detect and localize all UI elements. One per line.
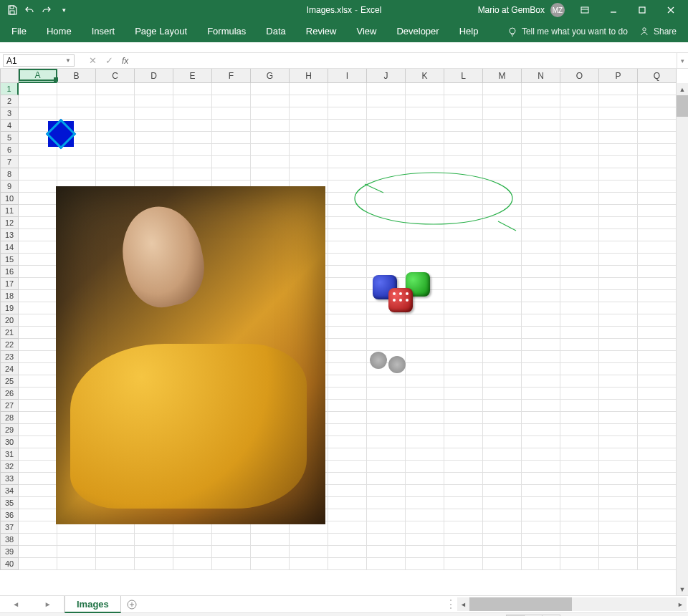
cell[interactable]	[251, 168, 290, 181]
cell[interactable]	[638, 497, 677, 509]
cell[interactable]	[483, 278, 522, 290]
cell[interactable]	[599, 546, 638, 558]
cell[interactable]	[483, 558, 522, 570]
row-header[interactable]: 11	[0, 205, 19, 217]
cell[interactable]	[483, 156, 522, 168]
cell[interactable]	[328, 473, 367, 485]
cell[interactable]	[483, 546, 522, 558]
tab-formulas[interactable]: Formulas	[207, 26, 246, 37]
cell[interactable]	[19, 400, 57, 412]
cell[interactable]	[96, 534, 135, 546]
cell[interactable]	[251, 534, 290, 546]
cell[interactable]	[19, 278, 57, 290]
cell[interactable]	[638, 521, 677, 534]
cell[interactable]	[560, 497, 599, 509]
cell[interactable]	[599, 509, 638, 521]
cell[interactable]	[599, 327, 638, 339]
name-box[interactable]: A1 ▼	[3, 54, 75, 67]
cell[interactable]	[560, 107, 599, 120]
cell[interactable]	[560, 363, 599, 375]
cell[interactable]	[212, 558, 251, 570]
cell[interactable]	[522, 436, 560, 448]
cell[interactable]	[599, 497, 638, 509]
cell[interactable]	[406, 509, 444, 521]
save-icon[interactable]	[6, 4, 19, 16]
tell-me-search[interactable]: Tell me what you want to do	[507, 27, 628, 37]
tab-file[interactable]: File	[11, 26, 27, 37]
row-header[interactable]: 7	[0, 156, 19, 168]
cell[interactable]	[135, 107, 173, 120]
cell[interactable]	[19, 388, 57, 400]
cell[interactable]	[522, 193, 560, 205]
cell[interactable]	[96, 107, 135, 120]
cell[interactable]	[522, 181, 560, 193]
cell[interactable]	[367, 388, 406, 400]
cell[interactable]	[483, 302, 522, 314]
cell[interactable]	[599, 375, 638, 388]
cell[interactable]	[522, 424, 560, 436]
cell[interactable]	[483, 461, 522, 473]
cell[interactable]	[19, 156, 57, 168]
cell[interactable]	[173, 120, 212, 132]
cell[interactable]	[483, 254, 522, 266]
cell[interactable]	[328, 107, 367, 120]
row-header[interactable]: 2	[0, 95, 19, 107]
row-header[interactable]: 36	[0, 509, 19, 521]
cell[interactable]	[522, 339, 560, 351]
cell[interactable]	[483, 400, 522, 412]
cell[interactable]	[19, 83, 57, 95]
cell[interactable]	[522, 290, 560, 302]
cell[interactable]	[367, 132, 406, 144]
cell[interactable]	[406, 95, 444, 107]
tab-review[interactable]: Review	[306, 26, 337, 37]
cell[interactable]	[212, 546, 251, 558]
cell[interactable]	[406, 558, 444, 570]
cell[interactable]	[251, 558, 290, 570]
cell[interactable]	[367, 461, 406, 473]
cell[interactable]	[212, 534, 251, 546]
cell[interactable]	[638, 181, 677, 193]
cell[interactable]	[560, 546, 599, 558]
cell[interactable]	[367, 339, 406, 351]
column-header[interactable]: F	[212, 69, 251, 83]
row-header[interactable]: 24	[0, 363, 19, 375]
cell[interactable]	[367, 424, 406, 436]
cell[interactable]	[483, 83, 522, 95]
cell[interactable]	[638, 509, 677, 521]
cell[interactable]	[19, 229, 57, 241]
cell[interactable]	[444, 266, 483, 278]
row-header[interactable]: 32	[0, 461, 19, 473]
cell[interactable]	[599, 132, 638, 144]
embedded-image-gears[interactable]	[370, 352, 410, 372]
cell[interactable]	[290, 156, 328, 168]
row-header[interactable]: 5	[0, 132, 19, 144]
cell[interactable]	[483, 339, 522, 351]
cell[interactable]	[522, 521, 560, 534]
cell[interactable]	[483, 266, 522, 278]
cell[interactable]	[328, 448, 367, 461]
cell[interactable]	[406, 351, 444, 363]
column-header[interactable]: K	[406, 69, 444, 83]
cell[interactable]	[290, 168, 328, 181]
cell[interactable]	[406, 327, 444, 339]
hscroll-thumb[interactable]	[469, 597, 572, 611]
cell[interactable]	[638, 327, 677, 339]
cell[interactable]	[444, 302, 483, 314]
cell[interactable]	[328, 424, 367, 436]
cell[interactable]	[367, 107, 406, 120]
cell[interactable]	[522, 534, 560, 546]
cell[interactable]	[444, 156, 483, 168]
cell[interactable]	[444, 534, 483, 546]
cell[interactable]	[599, 436, 638, 448]
cell[interactable]	[522, 546, 560, 558]
embedded-image-painting[interactable]	[56, 186, 325, 524]
cell[interactable]	[522, 229, 560, 241]
cell[interactable]	[367, 83, 406, 95]
cell[interactable]	[173, 558, 212, 570]
cell[interactable]	[328, 302, 367, 314]
cell[interactable]	[522, 95, 560, 107]
cell[interactable]	[444, 509, 483, 521]
cell[interactable]	[638, 400, 677, 412]
cell[interactable]	[638, 534, 677, 546]
cell[interactable]	[96, 546, 135, 558]
